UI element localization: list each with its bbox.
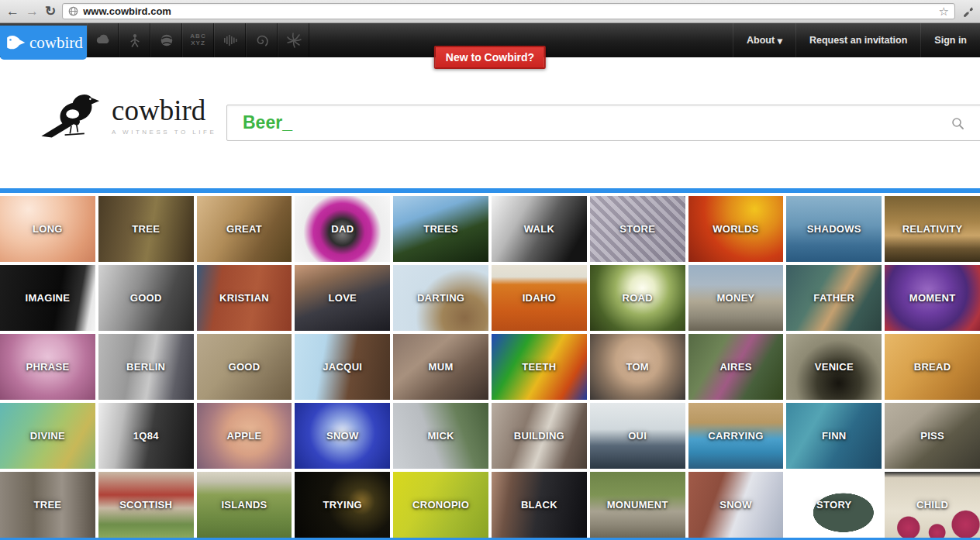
story-tile-label: SHADOWS (807, 223, 861, 235)
story-tile[interactable]: CARRYING (688, 403, 784, 469)
story-tile[interactable]: DAD (295, 196, 390, 262)
browser-chrome: ← → ↻ www.cowbird.com ☆ (0, 0, 980, 23)
story-tile-label: SCOTTISH (119, 499, 172, 511)
story-tile[interactable]: BREAD (885, 334, 980, 400)
story-tile[interactable]: TRYING (295, 472, 390, 538)
story-tile[interactable]: MOMENT (885, 265, 980, 331)
story-tile[interactable]: ISLANDS (197, 472, 292, 538)
globe-icon (68, 6, 78, 16)
story-tile[interactable]: FINN (786, 403, 882, 469)
story-tile[interactable]: MONUMENT (590, 472, 685, 538)
spiral-icon[interactable] (246, 23, 278, 57)
story-tile[interactable]: WALK (492, 196, 587, 262)
story-tile[interactable]: PISS (885, 403, 980, 469)
story-tile-label: MUM (429, 361, 454, 373)
url-text[interactable]: www.cowbird.com (83, 5, 171, 17)
story-tile-label: MICK (427, 430, 454, 442)
story-tile[interactable]: PHRASE (0, 334, 95, 400)
cowbird-navbar: cowbird ABC XYZ (0, 23, 980, 57)
wrench-menu-icon[interactable] (961, 5, 974, 18)
globe-icon[interactable] (150, 23, 182, 57)
story-tile[interactable]: TREE (0, 472, 95, 538)
story-tile-label: DIVINE (30, 430, 65, 442)
search-input[interactable]: Beer_ (226, 105, 980, 141)
story-tile[interactable]: MUM (393, 334, 488, 400)
cloud-icon[interactable] (87, 23, 119, 57)
request-invitation-link[interactable]: Request an invitation (795, 23, 920, 57)
story-tile[interactable]: DARTING (393, 265, 488, 331)
story-tile[interactable]: KRISTIAN (197, 265, 292, 331)
story-tile[interactable]: TEETH (492, 334, 587, 400)
story-tile[interactable]: GOOD (98, 265, 194, 331)
story-tile[interactable]: SNOW (688, 472, 784, 538)
story-tile-label: SNOW (719, 499, 752, 511)
story-tile[interactable]: GOOD (197, 334, 292, 400)
story-tile-label: FATHER (813, 292, 854, 304)
story-tile[interactable]: APPLE (197, 403, 292, 469)
story-tile[interactable]: SCOTTISH (98, 472, 194, 538)
story-tile[interactable]: 1Q84 (98, 403, 194, 469)
story-tile-label: TOM (626, 361, 649, 373)
story-tile[interactable]: IMAGINE (0, 265, 95, 331)
story-tile[interactable]: OUI (590, 403, 685, 469)
story-tile[interactable]: MONEY (688, 265, 784, 331)
story-tile[interactable]: SNOW (295, 403, 390, 469)
search-icon[interactable] (951, 117, 964, 130)
story-tile[interactable]: STORY (786, 472, 882, 538)
story-tile-label: RELATIVITY (902, 223, 963, 235)
story-tile[interactable]: STORE (590, 196, 685, 262)
story-tile[interactable]: TOM (590, 334, 685, 400)
story-tile-label: IDAHO (523, 292, 556, 304)
person-icon[interactable] (119, 23, 150, 57)
story-tile-label: TEETH (522, 361, 556, 373)
story-tile-label: BREAD (914, 361, 951, 373)
page-header: cowbird A WITNESS TO LIFE Beer_ (0, 57, 980, 188)
story-tile-label: TREES (423, 223, 458, 235)
story-tile-label: CARRYING (708, 430, 763, 442)
story-tile[interactable]: BLACK (492, 472, 587, 538)
story-tile[interactable]: MICK (393, 403, 488, 469)
story-tile[interactable]: LONG (0, 196, 95, 262)
story-tile[interactable]: CHILD (885, 472, 980, 538)
story-tile[interactable]: SHADOWS (786, 196, 882, 262)
vortex-icon[interactable] (278, 23, 309, 57)
sign-in-link[interactable]: Sign in (920, 23, 980, 57)
story-tile[interactable]: LOVE (295, 265, 390, 331)
story-tile[interactable]: CRONOPIO (393, 472, 488, 538)
story-tile-label: CRONOPIO (412, 499, 469, 511)
story-tile-label: WALK (524, 223, 554, 235)
url-bar[interactable]: www.cowbird.com ☆ (62, 3, 955, 19)
story-tile-label: STORE (619, 223, 655, 235)
story-tile[interactable]: GREAT (197, 196, 292, 262)
back-icon[interactable]: ← (6, 5, 19, 18)
story-tile[interactable]: DIVINE (0, 403, 95, 469)
story-tile[interactable]: VENICE (786, 334, 882, 400)
story-tile-label: WORLDS (713, 223, 759, 235)
story-tile-label: TREE (33, 499, 61, 511)
story-tile[interactable]: BUILDING (492, 403, 587, 469)
forward-icon[interactable]: → (26, 5, 39, 18)
story-tile[interactable]: BERLIN (98, 334, 194, 400)
alphabet-icon[interactable]: ABC XYZ (182, 23, 214, 57)
logo-wordmark: cowbird (112, 94, 216, 127)
story-tile[interactable]: TREES (393, 196, 488, 262)
story-tile[interactable]: IDAHO (492, 265, 587, 331)
story-grid: LONGTREEGREATDADTREESWALKSTOREWORLDSSHAD… (0, 193, 980, 538)
story-tile[interactable]: TREE (98, 196, 194, 262)
about-menu[interactable]: About ▾ (733, 23, 795, 57)
story-tile[interactable]: ROAD (590, 265, 685, 331)
story-tile[interactable]: WORLDS (688, 196, 784, 262)
new-to-cowbird-badge[interactable]: New to Cowbird? (434, 46, 546, 69)
refresh-icon[interactable]: ↻ (45, 5, 56, 18)
cowbird-logo[interactable]: cowbird A WITNESS TO LIFE (39, 85, 216, 144)
story-tile[interactable]: RELATIVITY (885, 196, 980, 262)
equalizer-icon[interactable] (214, 23, 246, 57)
story-tile-label: AIRES (719, 361, 751, 373)
brand-tab[interactable]: cowbird (0, 26, 87, 60)
story-tile[interactable]: JACQUI (295, 334, 390, 400)
bookmark-star-icon[interactable]: ☆ (939, 5, 949, 19)
story-tile[interactable]: AIRES (688, 334, 784, 400)
story-tile[interactable]: FATHER (786, 265, 882, 331)
chevron-down-icon: ▾ (778, 35, 782, 46)
brand-name: cowbird (29, 33, 83, 53)
